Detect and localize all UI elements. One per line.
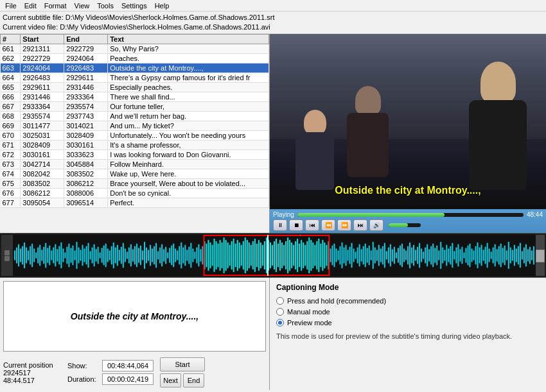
svg-rect-195 bbox=[390, 244, 391, 267]
cell-end: 3045884 bbox=[64, 160, 108, 169]
svg-rect-131 bbox=[266, 237, 267, 273]
time-value: 48:44.517 bbox=[3, 377, 61, 384]
cell-end: 3086212 bbox=[64, 179, 108, 189]
svg-rect-231 bbox=[459, 249, 461, 261]
menu-help[interactable]: Help bbox=[151, 1, 173, 10]
table-row[interactable]: 661 2921311 2922729 So, Why Paris? bbox=[1, 44, 269, 54]
svg-rect-101 bbox=[207, 240, 209, 271]
cell-num: 674 bbox=[1, 169, 21, 179]
table-row[interactable]: 664 2926483 2929611 There's a Gypsy camp… bbox=[1, 73, 269, 83]
svg-rect-191 bbox=[382, 246, 383, 264]
svg-rect-192 bbox=[384, 243, 385, 268]
svg-rect-68 bbox=[144, 242, 145, 269]
svg-rect-72 bbox=[152, 248, 153, 262]
svg-rect-157 bbox=[316, 241, 317, 270]
menu-file[interactable]: File bbox=[1, 1, 21, 10]
cell-start: 3028409 bbox=[21, 141, 64, 150]
table-row[interactable]: 662 2922729 2924064 Peaches. bbox=[1, 54, 269, 64]
menu-edit[interactable]: Edit bbox=[21, 1, 40, 10]
table-row[interactable]: 675 3083502 3086212 Brace yourself, Were… bbox=[1, 179, 269, 189]
stop-button[interactable]: ⏹ bbox=[289, 219, 303, 231]
menu-format[interactable]: Format bbox=[40, 1, 71, 10]
prev-button[interactable]: ⏮ bbox=[305, 219, 319, 231]
radio-circle-2[interactable] bbox=[276, 308, 284, 316]
table-row[interactable]: 670 3025031 3028409 Unfortunately... You… bbox=[1, 131, 269, 141]
svg-rect-141 bbox=[285, 241, 286, 270]
svg-rect-254 bbox=[504, 245, 506, 265]
svg-rect-228 bbox=[454, 251, 455, 260]
waveform-scrollbar[interactable] bbox=[536, 235, 545, 276]
menu-view[interactable]: View bbox=[71, 1, 94, 10]
svg-rect-13 bbox=[37, 247, 39, 263]
svg-rect-90 bbox=[186, 250, 188, 260]
svg-rect-240 bbox=[477, 243, 479, 269]
table-row[interactable]: 673 3042714 3045884 Follow Meinhard. bbox=[1, 160, 269, 169]
svg-rect-218 bbox=[434, 248, 436, 262]
table-row[interactable]: 669 3011477 3014021 And um... My ticket? bbox=[1, 121, 269, 131]
table-row[interactable]: 677 3095054 3096514 Perfect. bbox=[1, 198, 269, 208]
svg-rect-87 bbox=[181, 243, 182, 269]
forward-button[interactable]: ⏩ bbox=[337, 219, 351, 231]
cell-num: 664 bbox=[1, 73, 21, 83]
cell-num: 675 bbox=[1, 179, 21, 189]
duration-input[interactable] bbox=[102, 373, 154, 385]
svg-rect-193 bbox=[386, 251, 387, 260]
radio-circle-1[interactable] bbox=[276, 297, 284, 305]
waveform-canvas[interactable] bbox=[13, 235, 536, 276]
table-row[interactable]: 671 3028409 3030161 It's a shame profess… bbox=[1, 141, 269, 150]
svg-rect-98 bbox=[202, 246, 203, 264]
svg-rect-26 bbox=[62, 248, 64, 262]
svg-rect-175 bbox=[351, 243, 353, 268]
svg-rect-81 bbox=[169, 248, 170, 262]
table-row[interactable]: 663 2924064 2926483 Outside the city at … bbox=[1, 64, 269, 73]
table-row[interactable]: 666 2931446 2933364 There we shall find.… bbox=[1, 92, 269, 102]
svg-rect-220 bbox=[438, 250, 439, 260]
pause-button[interactable]: ⏸ bbox=[273, 219, 287, 231]
svg-rect-148 bbox=[299, 244, 300, 268]
col-text: Text bbox=[108, 35, 269, 44]
start-button[interactable]: Start bbox=[160, 357, 205, 371]
progress-bar[interactable] bbox=[297, 213, 524, 217]
svg-rect-136 bbox=[276, 239, 277, 272]
subtitle-table-scroll[interactable]: # Start End Text 661 2921311 2922729 So,… bbox=[0, 34, 269, 220]
svg-rect-241 bbox=[479, 247, 480, 263]
next-button[interactable]: Next bbox=[160, 373, 181, 388]
svg-rect-196 bbox=[392, 249, 393, 261]
svg-rect-19 bbox=[49, 245, 50, 265]
svg-rect-120 bbox=[245, 237, 246, 273]
next-button[interactable]: ⏭ bbox=[353, 219, 367, 231]
svg-rect-51 bbox=[111, 246, 112, 264]
svg-rect-40 bbox=[90, 251, 91, 260]
svg-rect-159 bbox=[320, 244, 321, 268]
table-row[interactable]: 665 2929611 2931446 Especially peaches. bbox=[1, 83, 269, 92]
svg-rect-62 bbox=[132, 249, 134, 261]
cell-end: 3083502 bbox=[64, 169, 108, 179]
svg-rect-79 bbox=[165, 246, 166, 264]
svg-rect-149 bbox=[301, 240, 302, 271]
end-button[interactable]: End bbox=[183, 373, 204, 388]
table-row[interactable]: 674 3082042 3083502 Wake up, Were here. bbox=[1, 169, 269, 179]
svg-rect-178 bbox=[357, 247, 358, 263]
svg-rect-164 bbox=[330, 248, 331, 262]
svg-rect-35 bbox=[80, 250, 82, 260]
svg-rect-214 bbox=[427, 244, 428, 267]
volume-bar[interactable] bbox=[389, 223, 421, 227]
table-row[interactable]: 672 3030161 3033623 I was looking forwar… bbox=[1, 150, 269, 160]
cell-num: 667 bbox=[1, 102, 21, 112]
svg-rect-189 bbox=[378, 245, 380, 266]
volume-button[interactable]: 🔊 bbox=[369, 219, 383, 231]
svg-rect-86 bbox=[179, 246, 180, 264]
menu-settings[interactable]: Settings bbox=[118, 1, 151, 10]
svg-rect-23 bbox=[57, 249, 58, 261]
show-input[interactable] bbox=[102, 360, 154, 371]
svg-rect-110 bbox=[225, 240, 227, 271]
menu-tools[interactable]: Tools bbox=[93, 1, 118, 10]
svg-rect-265 bbox=[525, 244, 527, 267]
svg-rect-235 bbox=[467, 245, 468, 265]
table-row[interactable]: 676 3086212 3088006 Don't be so cynical. bbox=[1, 189, 269, 198]
svg-rect-49 bbox=[107, 248, 109, 262]
table-row[interactable]: 668 2935574 2937743 And we'll return her… bbox=[1, 112, 269, 121]
rewind-button[interactable]: ⏪ bbox=[321, 219, 335, 231]
table-row[interactable]: 667 2933364 2935574 Our fortune teller, bbox=[1, 102, 269, 112]
radio-circle-3[interactable] bbox=[276, 319, 284, 327]
